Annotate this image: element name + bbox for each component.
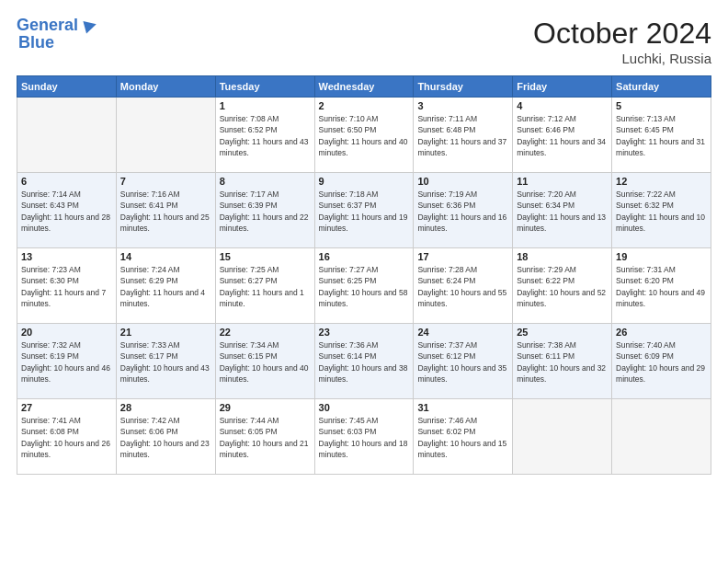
weekday-header: Wednesday [314,76,414,98]
day-info: Sunrise: 7:22 AMSunset: 6:32 PMDaylight:… [616,189,707,234]
calendar-cell: 17Sunrise: 7:28 AMSunset: 6:24 PMDayligh… [414,248,513,324]
location-title: Luchki, Russia [533,51,711,66]
calendar-cell: 8Sunrise: 7:17 AMSunset: 6:39 PMDaylight… [215,173,314,248]
day-info: Sunrise: 7:08 AMSunset: 6:52 PMDaylight:… [220,113,311,158]
day-info: Sunrise: 7:23 AMSunset: 6:30 PMDaylight:… [21,264,112,309]
day-number: 27 [21,402,112,413]
day-number: 16 [319,251,410,262]
weekday-header: Saturday [612,76,711,98]
calendar-cell: 21Sunrise: 7:33 AMSunset: 6:17 PMDayligh… [116,324,215,399]
day-info: Sunrise: 7:17 AMSunset: 6:39 PMDaylight:… [220,189,311,234]
day-number: 18 [517,251,608,262]
day-info: Sunrise: 7:16 AMSunset: 6:41 PMDaylight:… [120,189,211,234]
weekday-header: Monday [116,76,215,98]
day-number: 17 [417,251,508,262]
day-number: 19 [616,251,707,262]
logo-arrow-icon [83,18,97,34]
day-info: Sunrise: 7:12 AMSunset: 6:46 PMDaylight:… [517,113,608,158]
day-info: Sunrise: 7:40 AMSunset: 6:09 PMDaylight:… [616,339,707,385]
day-number: 24 [417,327,508,338]
calendar-cell [513,399,612,475]
day-number: 15 [220,251,311,262]
calendar-cell: 9Sunrise: 7:18 AMSunset: 6:37 PMDaylight… [314,173,414,248]
day-info: Sunrise: 7:27 AMSunset: 6:25 PMDaylight:… [319,264,410,309]
calendar-cell: 26Sunrise: 7:40 AMSunset: 6:09 PMDayligh… [612,324,711,399]
day-number: 11 [517,176,608,187]
day-number: 4 [517,100,608,111]
day-info: Sunrise: 7:24 AMSunset: 6:29 PMDaylight:… [120,264,211,309]
logo-blue-text: Blue [18,33,54,52]
day-number: 6 [21,176,112,187]
day-number: 23 [319,327,410,338]
calendar-cell: 7Sunrise: 7:16 AMSunset: 6:41 PMDaylight… [116,173,215,248]
calendar-cell [612,399,711,475]
day-number: 22 [220,327,311,338]
calendar-row: 6Sunrise: 7:14 AMSunset: 6:43 PMDaylight… [17,173,711,248]
day-info: Sunrise: 7:38 AMSunset: 6:11 PMDaylight:… [517,339,608,385]
day-info: Sunrise: 7:34 AMSunset: 6:15 PMDaylight:… [220,339,311,385]
day-number: 12 [616,176,707,187]
calendar-cell [116,98,215,173]
day-info: Sunrise: 7:28 AMSunset: 6:24 PMDaylight:… [417,264,508,309]
day-info: Sunrise: 7:13 AMSunset: 6:45 PMDaylight:… [616,113,707,158]
calendar-row: 1Sunrise: 7:08 AMSunset: 6:52 PMDaylight… [17,98,711,173]
calendar-cell: 13Sunrise: 7:23 AMSunset: 6:30 PMDayligh… [17,248,117,324]
day-info: Sunrise: 7:33 AMSunset: 6:17 PMDaylight:… [120,339,211,385]
day-info: Sunrise: 7:42 AMSunset: 6:06 PMDaylight:… [120,415,211,460]
day-number: 29 [220,402,311,413]
calendar-cell: 19Sunrise: 7:31 AMSunset: 6:20 PMDayligh… [612,248,711,324]
calendar-cell: 14Sunrise: 7:24 AMSunset: 6:29 PMDayligh… [116,248,215,324]
day-number: 9 [319,176,410,187]
day-info: Sunrise: 7:45 AMSunset: 6:03 PMDaylight:… [319,415,410,460]
calendar-cell: 12Sunrise: 7:22 AMSunset: 6:32 PMDayligh… [612,173,711,248]
day-info: Sunrise: 7:18 AMSunset: 6:37 PMDaylight:… [319,189,410,234]
calendar-cell: 5Sunrise: 7:13 AMSunset: 6:45 PMDaylight… [612,98,711,173]
day-info: Sunrise: 7:46 AMSunset: 6:02 PMDaylight:… [417,415,508,460]
calendar-header-row: SundayMondayTuesdayWednesdayThursdayFrid… [17,76,711,98]
calendar-cell: 20Sunrise: 7:32 AMSunset: 6:19 PMDayligh… [17,324,117,399]
day-number: 26 [616,327,707,338]
day-info: Sunrise: 7:29 AMSunset: 6:22 PMDaylight:… [517,264,608,309]
day-number: 30 [319,402,410,413]
day-number: 7 [120,176,211,187]
weekday-header: Thursday [414,76,513,98]
day-number: 20 [21,327,112,338]
day-info: Sunrise: 7:25 AMSunset: 6:27 PMDaylight:… [220,264,311,309]
calendar-table: SundayMondayTuesdayWednesdayThursdayFrid… [17,75,711,475]
calendar-cell: 30Sunrise: 7:45 AMSunset: 6:03 PMDayligh… [314,399,414,475]
day-info: Sunrise: 7:20 AMSunset: 6:34 PMDaylight:… [517,189,608,234]
page: General Blue October 2024 Luchki, Russia… [0,0,728,563]
day-number: 21 [120,327,211,338]
calendar-cell: 24Sunrise: 7:37 AMSunset: 6:12 PMDayligh… [414,324,513,399]
day-number: 13 [21,251,112,262]
calendar-cell: 10Sunrise: 7:19 AMSunset: 6:36 PMDayligh… [414,173,513,248]
calendar-cell: 25Sunrise: 7:38 AMSunset: 6:11 PMDayligh… [513,324,612,399]
calendar-cell: 18Sunrise: 7:29 AMSunset: 6:22 PMDayligh… [513,248,612,324]
calendar-cell: 29Sunrise: 7:44 AMSunset: 6:05 PMDayligh… [215,399,314,475]
calendar-cell: 22Sunrise: 7:34 AMSunset: 6:15 PMDayligh… [215,324,314,399]
day-info: Sunrise: 7:37 AMSunset: 6:12 PMDaylight:… [417,339,508,385]
calendar-cell: 28Sunrise: 7:42 AMSunset: 6:06 PMDayligh… [116,399,215,475]
day-number: 5 [616,100,707,111]
weekday-header: Sunday [17,76,117,98]
calendar-cell: 1Sunrise: 7:08 AMSunset: 6:52 PMDaylight… [215,98,314,173]
day-number: 25 [517,327,608,338]
day-info: Sunrise: 7:44 AMSunset: 6:05 PMDaylight:… [220,415,311,460]
day-number: 28 [120,402,211,413]
weekday-header: Tuesday [215,76,314,98]
calendar-cell: 31Sunrise: 7:46 AMSunset: 6:02 PMDayligh… [414,399,513,475]
calendar-cell: 3Sunrise: 7:11 AMSunset: 6:48 PMDaylight… [414,98,513,173]
calendar-row: 20Sunrise: 7:32 AMSunset: 6:19 PMDayligh… [17,324,711,399]
calendar-cell: 2Sunrise: 7:10 AMSunset: 6:50 PMDaylight… [314,98,414,173]
day-number: 2 [319,100,410,111]
day-info: Sunrise: 7:31 AMSunset: 6:20 PMDaylight:… [616,264,707,309]
day-info: Sunrise: 7:10 AMSunset: 6:50 PMDaylight:… [319,113,410,158]
weekday-header: Friday [513,76,612,98]
logo-general-text: General [17,16,78,34]
day-number: 1 [220,100,311,111]
logo: General Blue [17,17,97,52]
title-block: October 2024 Luchki, Russia [533,17,711,66]
day-info: Sunrise: 7:19 AMSunset: 6:36 PMDaylight:… [417,189,508,234]
day-number: 14 [120,251,211,262]
day-number: 8 [220,176,311,187]
